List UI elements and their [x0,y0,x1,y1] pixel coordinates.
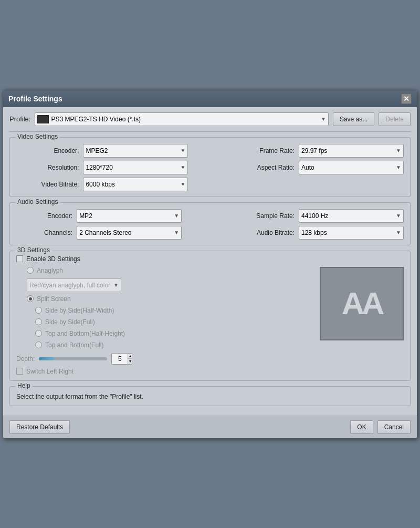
dialog-title: Profile Settings [8,95,62,103]
switch-left-right-label: Switch Left Right [26,368,74,375]
ok-button[interactable]: OK [350,420,373,434]
encoder-value: MPEG2 [86,147,108,154]
depth-row: Depth: 5 ▲ ▼ [16,353,314,365]
profile-value: PS3 MPEG2-TS HD Video (*.ts) [51,116,141,123]
anaglyph-label: Anaglyph [37,267,63,274]
channels-dropdown[interactable]: 2 Channels Stereo ▼ [77,226,182,240]
audio-bitrate-arrow: ▼ [396,230,401,235]
save-as-button[interactable]: Save as... [333,112,374,126]
video-bitrate-label: Video Bitrate: [16,181,79,188]
profile-dropdown[interactable]: PS3 MPEG2-TS HD Video (*.ts) ▼ [35,112,328,126]
footer-right: OK Cancel [350,420,411,434]
preview-text: AA [342,285,382,322]
top-bottom-half-row: Top and Bottom(Half-Height) [35,330,314,337]
switch-left-right-row: Switch Left Right [16,368,314,375]
frame-rate-value: 29.97 fps [301,147,327,154]
sample-rate-value: 44100 Hz [301,212,328,220]
top-bottom-full-row: Top and Bottom(Full) [35,341,314,349]
video-bitrate-dropdown[interactable]: 6000 kbps ▼ [83,178,188,191]
aspect-ratio-dropdown[interactable]: Auto ▼ [299,161,404,174]
top-bottom-full-label: Top and Bottom(Full) [45,341,103,349]
side-by-side-half-label: Side by Side(Half-Width) [45,307,114,314]
dialog: Profile Settings ✕ Profile: PS3 MPEG2-TS… [3,90,417,439]
channels-value: 2 Channels Stereo [79,229,131,236]
profile-icon [37,115,49,123]
anaglyph-dropdown[interactable]: Red/cyan anaglyph, full color ▼ [27,278,121,292]
sample-rate-label: Sample Rate: [228,212,295,220]
frame-rate-label: Frame Rate: [232,147,295,154]
encoder-dropdown[interactable]: MPEG2 ▼ [83,144,188,158]
dialog-footer: Restore Defaults OK Cancel [3,416,417,438]
audio-bitrate-dropdown[interactable]: 128 kbps ▼ [299,226,404,240]
resolution-arrow: ▼ [181,164,186,170]
close-button[interactable]: ✕ [401,94,412,104]
audio-encoder-dropdown[interactable]: MP2 ▼ [77,209,182,223]
frame-rate-dropdown[interactable]: 29.97 fps ▼ [299,144,404,158]
audio-bitrate-label: Audio Bitrate: [228,229,295,236]
3d-layout: Anaglyph Red/cyan anaglyph, full color ▼… [16,267,404,375]
side-by-side-half-radio[interactable] [35,307,42,314]
help-title: Help [15,382,33,389]
profile-row: Profile: PS3 MPEG2-TS HD Video (*.ts) ▼ … [9,112,411,132]
aspect-ratio-label: Aspect Ratio: [232,164,295,171]
video-bitrate-value: 6000 kbps [86,181,114,188]
resolution-dropdown[interactable]: 1280*720 ▼ [83,161,188,174]
encoder-arrow: ▼ [181,148,186,153]
video-settings-grid: Encoder: MPEG2 ▼ Frame Rate: 29.97 fps ▼… [16,144,404,191]
sample-rate-dropdown[interactable]: 44100 Hz ▼ [299,209,404,223]
depth-slider[interactable] [39,357,107,360]
audio-bitrate-value: 128 kbps [301,229,327,236]
frame-rate-arrow: ▼ [396,148,401,153]
profile-dropdown-arrow: ▼ [321,116,326,122]
aspect-ratio-value: Auto [301,164,314,171]
sample-rate-arrow: ▼ [396,213,401,219]
depth-fill [39,357,55,360]
cancel-button[interactable]: Cancel [377,420,411,434]
enable-3d-checkbox[interactable] [16,255,23,262]
anaglyph-arrow: ▼ [113,282,119,288]
video-settings-section: Video Settings Encoder: MPEG2 ▼ Frame Ra… [9,137,411,197]
top-bottom-half-label: Top and Bottom(Half-Height) [45,330,125,337]
anaglyph-radio[interactable] [27,267,34,274]
split-screen-radio[interactable] [27,295,34,302]
restore-defaults-button[interactable]: Restore Defaults [9,420,70,434]
audio-encoder-arrow: ▼ [174,213,179,219]
audio-settings-section: Audio Settings Encoder: MP2 ▼ Sample Rat… [9,202,411,245]
side-by-side-half-row: Side by Side(Half-Width) [35,307,314,314]
split-screen-row: Split Screen [27,295,314,303]
side-by-side-full-row: Side by Side(Full) [35,318,314,326]
title-bar: Profile Settings ✕ [3,90,417,107]
resolution-value: 1280*720 [86,164,112,171]
dialog-body: Profile: PS3 MPEG2-TS HD Video (*.ts) ▼ … [3,107,417,416]
3d-settings-section: 3D Settings Enable 3D Settings Anaglyph … [9,251,411,381]
depth-spinner[interactable]: 5 ▲ ▼ [111,353,132,365]
audio-encoder-label: Encoder: [16,212,72,220]
audio-settings-grid: Encoder: MP2 ▼ Sample Rate: 44100 Hz ▼ C… [16,209,404,240]
encoder-label: Encoder: [16,147,79,154]
depth-up-arrow[interactable]: ▲ [128,354,132,359]
3d-settings-title: 3D Settings [15,246,52,254]
video-bitrate-arrow: ▼ [181,181,186,187]
video-settings-title: Video Settings [15,133,60,140]
audio-settings-title: Audio Settings [15,198,60,205]
depth-value: 5 [112,355,128,363]
3d-preview: AA [320,267,404,340]
anaglyph-option: Red/cyan anaglyph, full color [29,282,110,289]
profile-label: Profile: [9,115,30,123]
enable-3d-label: Enable 3D Settings [26,255,80,263]
depth-label: Depth: [16,355,35,363]
help-section: Help Select the output format from the "… [9,386,411,406]
side-by-side-full-radio[interactable] [35,318,42,325]
delete-button[interactable]: Delete [379,112,411,126]
help-text: Select the output format from the "Profi… [16,393,404,400]
depth-down-arrow[interactable]: ▼ [128,359,132,364]
side-by-side-full-label: Side by Side(Full) [45,318,95,326]
audio-encoder-value: MP2 [79,212,92,220]
top-bottom-full-radio[interactable] [35,341,42,348]
top-bottom-half-radio[interactable] [35,330,42,337]
switch-left-right-checkbox[interactable] [16,368,23,375]
channels-arrow: ▼ [174,230,179,235]
aspect-ratio-arrow: ▼ [396,164,401,170]
channels-label: Channels: [16,229,72,236]
enable-3d-row: Enable 3D Settings [16,255,404,263]
